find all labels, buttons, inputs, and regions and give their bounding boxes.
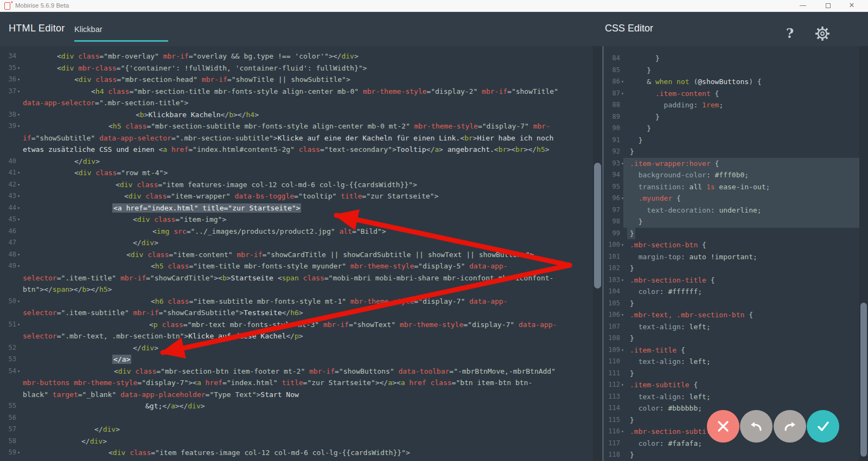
code-text: selector=".item-subtitle" mbr-if="showCa… (23, 307, 303, 319)
question-mark-icon[interactable]: ? (782, 26, 797, 41)
fold-arrow-icon[interactable]: ▾ (17, 74, 20, 86)
fold-arrow-icon[interactable]: ▾ (621, 158, 624, 170)
code-text: } (630, 368, 634, 380)
line-number: 117 (604, 438, 620, 450)
minimize-button[interactable]: — (792, 0, 814, 12)
code-line-wrap: data-app-selector=".mbr-section-title"> (0, 97, 594, 109)
line-number: 103 (604, 274, 620, 286)
fold-arrow-icon[interactable]: ▾ (621, 193, 624, 204)
css-pane-scrollbar-thumb[interactable] (860, 303, 867, 457)
code-text: } (630, 135, 642, 146)
line-number: 85 (604, 65, 620, 76)
close-button[interactable]: ✕ (841, 0, 863, 12)
code-text: &gt;</a></div> (145, 400, 205, 412)
fold-arrow-icon[interactable]: ▾ (17, 190, 20, 202)
fold-arrow-icon[interactable]: ▾ (17, 179, 20, 191)
line-number: 105 (604, 298, 620, 310)
fold-arrow-icon[interactable]: ▾ (17, 319, 20, 331)
code-text: } (630, 332, 634, 344)
active-tab-underline (74, 40, 168, 42)
fold-arrow-icon[interactable]: ▾ (621, 426, 624, 438)
line-number: 93 (604, 158, 620, 170)
fold-arrow-icon[interactable]: ▾ (621, 309, 624, 321)
code-line-wrap: selector=".item-subtitle" mbr-if="showCa… (0, 307, 594, 319)
code-text: & when not (@showButtons) { (630, 76, 762, 88)
code-text: .mbr-text, .mbr-section-btn { (630, 309, 753, 321)
fold-arrow-icon[interactable]: ▾ (621, 274, 624, 286)
code-text: color: #fafafa; (630, 438, 702, 450)
line-number: 108 (604, 332, 620, 344)
line-number: 96 (604, 193, 620, 204)
code-text: <b>Klickbare Kacheln</b></h4> (136, 109, 259, 121)
fold-arrow-icon[interactable]: ▾ (621, 76, 624, 88)
line-number: 35 (0, 62, 16, 74)
code-line-wrap: selector=".mbr-text, .mbr-section-btn">K… (0, 330, 594, 342)
line-number: 58 (0, 436, 16, 447)
line-number: 54 (0, 366, 16, 377)
apply-button[interactable] (807, 410, 839, 443)
code-text: <h6 class="item-subtitle mbr-fonts-style… (151, 296, 507, 308)
css-editor-pane[interactable]: 84 }85 }86▾ & when not (@showButtons) {8… (604, 46, 868, 461)
fold-arrow-icon[interactable]: ▾ (621, 344, 624, 356)
redo-arrow-icon (782, 418, 798, 434)
code-text: text-align: left; (630, 391, 711, 403)
line-number: 86 (604, 76, 620, 88)
redo-button[interactable] (774, 410, 806, 443)
code-text: <div class="item-img"> (133, 214, 226, 226)
mobirise-logo-icon (4, 2, 10, 10)
fold-arrow-icon[interactable]: ▾ (17, 296, 20, 308)
maximize-button[interactable] (817, 0, 839, 12)
code-line-39: 39▾<h5 class="mbr-section-subtitle mbr-f… (0, 120, 594, 132)
line-number: 112 (604, 379, 620, 391)
code-text: <div class="item-wrapper" data-bs-toggle… (124, 190, 438, 202)
fold-arrow-icon[interactable]: ▾ (17, 120, 20, 132)
code-text: } (630, 146, 634, 158)
code-text: .item-title { (630, 344, 685, 356)
line-number: 59 (0, 447, 16, 459)
fold-arrow-icon[interactable]: ▾ (17, 260, 20, 272)
code-line-51: 51▾<p class="mbr-text mbr-fonts-style mt… (0, 319, 594, 331)
code-line-wrap: mbr-buttons mbr-theme-style="display-7">… (0, 377, 594, 389)
undo-button[interactable] (740, 410, 773, 443)
titlebar: Mobirise 5.6.9 Beta — ✕ (0, 0, 868, 12)
fold-arrow-icon[interactable]: ▾ (17, 366, 20, 377)
code-line-44: 44▾<a href="index.html" title="zur Start… (0, 202, 594, 214)
fold-arrow-icon[interactable]: ▾ (17, 167, 20, 179)
fold-arrow-icon[interactable]: ▾ (621, 88, 624, 100)
code-line-38: 38▾<b>Klickbare Kacheln</b></h4> (0, 109, 594, 121)
html-pane-scrollbar-thumb[interactable] (594, 163, 601, 289)
code-text: } (630, 228, 634, 240)
code-line-53: 53</a> (0, 354, 594, 366)
code-line-102: 102} (604, 262, 868, 274)
fold-arrow-icon[interactable]: ▾ (17, 447, 20, 459)
tab-klickbar[interactable]: Klickbar (74, 25, 103, 34)
code-text: color: #ffffff; (630, 286, 702, 298)
code-text: } (630, 111, 660, 123)
line-number: 42 (0, 179, 16, 191)
line-number: 115 (604, 414, 620, 426)
line-number: 44 (0, 202, 16, 214)
fold-arrow-icon[interactable]: ▾ (17, 109, 20, 121)
fold-arrow-icon[interactable]: ▾ (17, 214, 20, 226)
discard-button[interactable] (707, 410, 739, 443)
fold-arrow-icon[interactable]: ▾ (621, 239, 624, 251)
fold-arrow-icon[interactable]: ▾ (621, 379, 624, 391)
code-line-50: 50▾<h6 class="item-subtitle mbr-fonts-st… (0, 296, 594, 308)
gear-icon[interactable] (814, 25, 831, 42)
html-editor-pane[interactable]: 34<div class="mbr-overlay" mbr-if="overl… (0, 46, 594, 461)
code-text: } (630, 262, 634, 274)
line-number: 109 (604, 344, 620, 356)
fold-arrow-icon[interactable]: ▾ (17, 202, 20, 214)
code-text: <a href="index.html" title="zur Startsei… (112, 202, 301, 214)
fold-arrow-icon[interactable]: ▾ (17, 86, 20, 98)
fold-arrow-icon[interactable]: ▾ (17, 62, 20, 74)
x-icon (716, 419, 730, 433)
fold-arrow-icon[interactable]: ▾ (17, 249, 20, 261)
code-text: <div class="mbr-overlay" mbr-if="overlay… (57, 50, 359, 62)
code-line-49: 49▾<h5 class="item-title mbr-fonts-style… (0, 260, 594, 272)
code-line-46: 46<img src="../_images/products/product2… (0, 226, 594, 238)
code-line-41: 41▾<div class="row mt-4"> (0, 167, 594, 179)
code-text: text-align: left; (630, 356, 711, 368)
code-line-37: 37▾<h4 class="mbr-section-title mbr-font… (0, 86, 594, 98)
maximize-icon (826, 3, 831, 8)
